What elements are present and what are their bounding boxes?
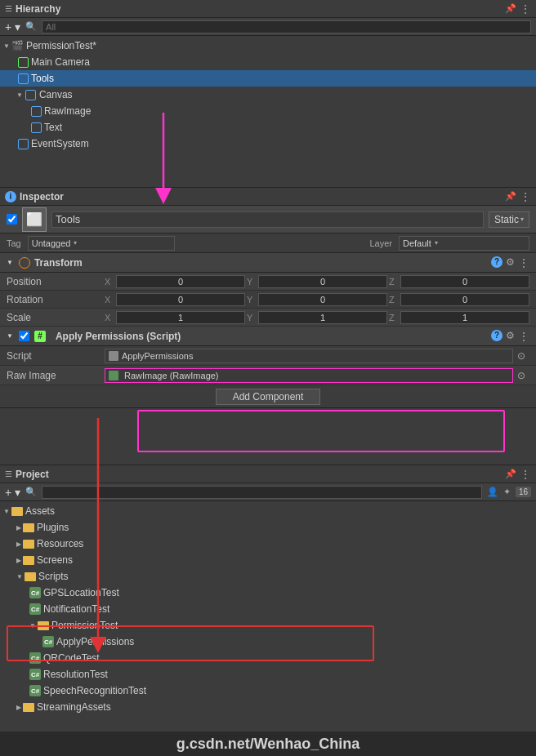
scripts-folder-icon <box>25 572 36 581</box>
rotation-x-group: X <box>105 293 245 306</box>
proj-item-qrcodetest[interactable]: C# QRCodeTest <box>0 650 536 666</box>
tree-item-permissiontest[interactable]: ▼ 🎬 PermissionTest* <box>0 38 536 54</box>
project-layout-icon[interactable]: 👤 <box>487 487 498 497</box>
script-value-field[interactable]: ApplyPermissions <box>105 349 513 363</box>
proj-label-applypermissions: ApplyPermissions <box>56 636 134 647</box>
gameobject-active-checkbox[interactable] <box>7 214 17 225</box>
proj-item-resources[interactable]: ▶ Resources <box>0 536 536 552</box>
rotation-y-input[interactable] <box>258 293 387 306</box>
position-row: Position X Y Z <box>0 273 536 291</box>
hierarchy-search-input[interactable] <box>42 20 531 33</box>
tree-item-canvas[interactable]: ▼ Canvas <box>0 87 536 103</box>
rotation-y-group: Y <box>247 293 387 306</box>
layer-arrow: ▾ <box>435 239 438 247</box>
rotation-x-input[interactable] <box>116 293 245 306</box>
gameobject-icon-large: ⬜ <box>22 207 47 232</box>
expand-triangle-canvas: ▼ <box>16 91 23 99</box>
project-search-input[interactable] <box>42 486 482 499</box>
watermark: g.csdn.net/Wenhao_China <box>0 732 536 756</box>
tag-dropdown[interactable]: Untagged ▾ <box>28 236 175 251</box>
hierarchy-menu-icon[interactable]: ⋮ <box>520 2 531 16</box>
script-component-header: ▼ # Apply Permissions (Script) ? ⚙ ⋮ <box>0 327 536 346</box>
plugins-folder-icon <box>23 523 34 532</box>
script-select-icon[interactable]: ⊙ <box>513 350 529 362</box>
script-gear-icon[interactable]: ⚙ <box>506 330 515 343</box>
position-z-input[interactable] <box>400 275 529 288</box>
rotation-z-input[interactable] <box>400 293 529 306</box>
static-button[interactable]: Static ▾ <box>489 211 529 228</box>
transform-overflow-icon[interactable]: ⋮ <box>518 256 529 269</box>
hierarchy-pin-icon[interactable]: 📌 <box>505 3 516 14</box>
add-component-button[interactable]: Add Component <box>216 389 321 405</box>
script-file-icon <box>109 351 118 361</box>
resolution-cs-icon: C# <box>29 669 41 680</box>
tree-item-tools[interactable]: Tools <box>0 70 536 87</box>
script-checkbox-icon <box>18 330 31 343</box>
project-menu-icon[interactable]: ⋮ <box>520 468 531 481</box>
scale-y-input[interactable] <box>258 311 387 324</box>
transform-component-header: ▼ Transform ? ⚙ ⋮ <box>0 253 536 273</box>
proj-label-speechrecognitiontest: SpeechRecognitionTest <box>43 685 146 696</box>
gameobject-name-input[interactable] <box>51 211 484 228</box>
script-overflow-icon[interactable]: ⋮ <box>518 330 529 343</box>
inspector-menu-icon[interactable]: ⋮ <box>520 190 531 203</box>
permissiontest-folder-icon <box>38 621 49 630</box>
inspector-pin-icon[interactable]: 📌 <box>505 191 516 202</box>
tag-layer-row: Tag Untagged ▾ Layer Default ▾ <box>0 233 536 253</box>
transform-help-icon[interactable]: ? <box>491 256 502 268</box>
hierarchy-panel: ☰ Hierarchy 📌 ⋮ + ▾ 🔍 ▼ 🎬 PermissionTest… <box>0 0 536 188</box>
project-star-icon[interactable]: ✦ <box>503 487 511 497</box>
proj-item-gpslocationtest[interactable]: C# GPSLocationTest <box>0 585 536 601</box>
tree-item-eventsystem[interactable]: EventSystem <box>0 136 536 152</box>
assets-folder-icon <box>11 507 23 516</box>
proj-label-permissiontest: PermissionTest <box>51 620 118 631</box>
search-icon: 🔍 <box>25 21 37 32</box>
position-y-label: Y <box>247 277 258 287</box>
proj-item-resolutiontest[interactable]: C# ResolutionTest <box>0 666 536 683</box>
rotation-z-label: Z <box>389 295 400 305</box>
position-x-input[interactable] <box>116 275 245 288</box>
proj-label-plugins: Plugins <box>37 522 69 533</box>
tree-label-text: Text <box>44 122 62 133</box>
proj-item-speechrecognitiontest[interactable]: C# SpeechRecognitionTest <box>0 683 536 699</box>
layer-dropdown[interactable]: Default ▾ <box>399 236 529 251</box>
gameobject-icon <box>16 56 29 69</box>
position-y-input[interactable] <box>258 275 387 288</box>
proj-item-streamingassets[interactable]: ▶ StreamingAssets <box>0 699 536 715</box>
tree-item-rawimage[interactable]: RawImage <box>0 103 536 119</box>
proj-item-assets[interactable]: ▼ Assets <box>0 503 536 519</box>
tree-item-maincamera[interactable]: Main Camera <box>0 54 536 70</box>
tree-label-maincamera: Main Camera <box>31 56 90 68</box>
proj-item-notificationtest[interactable]: C# NotificationTest <box>0 601 536 617</box>
proj-item-screens[interactable]: ▶ Screens <box>0 552 536 568</box>
resources-expand: ▶ <box>16 540 21 548</box>
proj-item-permissiontest-folder[interactable]: ▼ PermissionTest <box>0 617 536 634</box>
tree-label-canvas: Canvas <box>39 89 73 100</box>
proj-item-scripts[interactable]: ▼ Scripts <box>0 568 536 585</box>
hierarchy-add-button[interactable]: + ▾ <box>5 20 20 33</box>
rawimage-select-icon[interactable]: ⊙ <box>513 370 529 381</box>
proj-item-applypermissions[interactable]: C# ApplyPermissions <box>0 634 536 650</box>
plugins-expand: ▶ <box>16 524 21 531</box>
script-expand-triangle: ▼ <box>7 332 13 340</box>
rawimage-file-icon <box>109 371 118 380</box>
proj-item-plugins[interactable]: ▶ Plugins <box>0 519 536 536</box>
script-active-checkbox[interactable] <box>19 331 29 341</box>
project-add-button[interactable]: + ▾ <box>5 486 20 499</box>
script-label: Script <box>7 350 105 362</box>
transform-gear-icon[interactable]: ⚙ <box>506 256 515 269</box>
position-z-label: Z <box>389 277 400 287</box>
transform-component-buttons: ? ⚙ ⋮ <box>491 256 529 269</box>
gps-cs-icon: C# <box>29 587 41 598</box>
resources-folder-icon <box>23 540 34 549</box>
project-pin-icon[interactable]: 📌 <box>505 469 516 479</box>
static-label: Static <box>494 214 519 225</box>
tree-item-text[interactable]: Text <box>0 119 536 136</box>
script-help-icon[interactable]: ? <box>491 330 502 341</box>
proj-label-gpslocationtest: GPSLocationTest <box>43 587 119 598</box>
scale-z-input[interactable] <box>400 311 529 324</box>
position-z-group: Z <box>389 275 529 288</box>
position-x-group: X <box>105 275 245 288</box>
scale-x-input[interactable] <box>116 311 245 324</box>
rawimage-value-field[interactable]: RawImage (RawImage) <box>105 368 513 383</box>
